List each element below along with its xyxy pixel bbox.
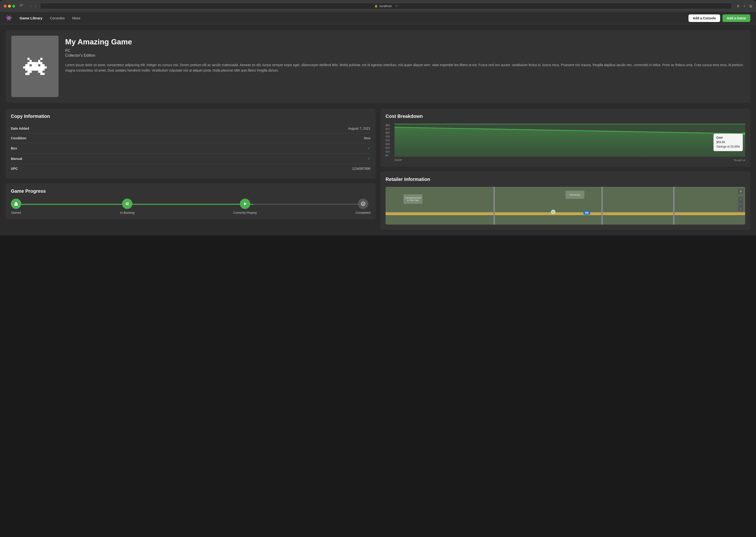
- grid-icon[interactable]: ⊞: [749, 4, 752, 8]
- map-arrows-lr[interactable]: ← →: [737, 202, 744, 206]
- copy-row-date: Date Added August 7, 2021: [11, 124, 371, 134]
- main-content: My Amazing Game PC Collector's Edition L…: [0, 24, 756, 235]
- svg-rect-13: [40, 73, 45, 75]
- copy-row-manual: Manual ✓: [11, 153, 371, 164]
- condition-label: Condition: [11, 136, 26, 140]
- copy-row-box: Box ✓: [11, 143, 371, 153]
- tooltip-price: $59.99: [716, 141, 725, 144]
- maximize-button[interactable]: [12, 5, 15, 8]
- y-label-30: $30: [385, 143, 394, 145]
- new-tab-icon[interactable]: ＋: [743, 4, 746, 8]
- chart-svg: [394, 124, 745, 157]
- step-backlog: In Backlog: [120, 199, 135, 214]
- svg-marker-21: [244, 202, 247, 205]
- upc-value: 1234567890: [352, 167, 371, 171]
- chart-body: Cost $59.99 Savings of 25.00%: [394, 124, 745, 157]
- map-arrow-right[interactable]: →: [741, 202, 743, 205]
- map-road-vertical-1: [494, 187, 495, 225]
- upc-label: UPC: [11, 167, 18, 171]
- progress-track: Owned In Backlog: [11, 199, 371, 214]
- reload-icon[interactable]: ↻: [395, 5, 398, 8]
- map-pin: [551, 210, 555, 214]
- svg-rect-18: [126, 203, 129, 203]
- date-added-value: August 7, 2021: [348, 127, 371, 130]
- copy-info-title: Copy Information: [11, 114, 371, 119]
- step-completed-circle: [358, 199, 368, 209]
- map-arrow-up[interactable]: ↑: [739, 197, 742, 202]
- box-label: Box: [11, 146, 17, 150]
- browser-action-buttons: ⬆ ＋ ⊞: [736, 4, 752, 8]
- y-label-60: $60: [385, 131, 394, 134]
- x-label-bought: Bought at: [734, 159, 745, 161]
- svg-rect-19: [126, 204, 129, 204]
- left-column: Copy Information Date Added August 7, 20…: [6, 108, 376, 230]
- box-check: ✓: [367, 146, 371, 150]
- address-bar[interactable]: 🔒 localhost ↻: [40, 3, 732, 9]
- x-label-msrp: MSRP: [394, 159, 402, 161]
- game-progress-title: Game Progress: [11, 188, 371, 194]
- svg-rect-7: [40, 64, 45, 66]
- share-icon[interactable]: ⬆: [736, 4, 739, 8]
- browser-traffic-lights[interactable]: [4, 5, 15, 8]
- svg-rect-5: [25, 64, 29, 66]
- step-playing: Currently Playing: [233, 199, 257, 214]
- map-controls[interactable]: ⧉ ↑ ← → ↓: [738, 189, 743, 211]
- step-playing-circle: [240, 199, 250, 209]
- close-button[interactable]: [4, 5, 7, 8]
- game-edition: Collector's Edition: [65, 53, 745, 58]
- svg-rect-12: [25, 73, 29, 75]
- app-logo: 👾: [6, 15, 12, 21]
- step-owned-label: Owned: [11, 211, 21, 214]
- game-cover-image: [11, 36, 59, 97]
- chart-y-labels: $80 $70 $60 $50 $40 $30 $20 $10 $0: [385, 124, 394, 157]
- condition-value: New: [364, 136, 371, 140]
- svg-rect-4: [27, 62, 43, 64]
- y-label-70: $70: [385, 128, 394, 130]
- cost-breakdown-card: Cost Breakdown $80 $70 $60 $50 $40 $30 $…: [380, 108, 750, 167]
- nav-game-library[interactable]: Game Library: [16, 13, 46, 23]
- map-layers-button[interactable]: ⧉: [738, 189, 743, 194]
- nav-more[interactable]: More: [68, 13, 84, 23]
- svg-rect-3: [38, 60, 40, 62]
- y-label-10: $10: [385, 150, 394, 153]
- space-invader-icon: [23, 55, 47, 78]
- svg-point-22: [361, 202, 365, 206]
- svg-rect-0: [27, 58, 29, 60]
- copy-row-upc: UPC 1234567890: [11, 164, 371, 173]
- svg-rect-10: [27, 71, 32, 73]
- nav-consoles[interactable]: Consoles: [46, 13, 69, 23]
- lock-icon: 🔒: [375, 5, 378, 8]
- add-game-button[interactable]: Add a Game: [723, 15, 750, 22]
- copy-row-condition: Condition New: [11, 134, 371, 143]
- chart-tooltip: Cost $59.99 Savings of 25.00%: [713, 134, 743, 151]
- forward-button[interactable]: ›: [34, 4, 37, 9]
- minimize-button[interactable]: [8, 5, 11, 8]
- map-road-vertical-3: [673, 187, 675, 225]
- svg-rect-2: [29, 60, 32, 62]
- svg-rect-1: [40, 58, 43, 60]
- sidebar-toggle[interactable]: [20, 5, 24, 8]
- game-info-panel: My Amazing Game PC Collector's Edition L…: [65, 36, 745, 97]
- game-hero-section: My Amazing Game PC Collector's Edition L…: [6, 30, 750, 103]
- copy-information-card: Copy Information Date Added August 7, 20…: [6, 108, 376, 179]
- right-column: Cost Breakdown $80 $70 $60 $50 $40 $30 $…: [380, 108, 750, 230]
- back-button[interactable]: ‹: [29, 4, 32, 9]
- add-console-button[interactable]: Add a Console: [689, 15, 720, 22]
- map-arrow-left[interactable]: ←: [738, 202, 741, 205]
- y-label-40: $40: [385, 139, 394, 142]
- step-backlog-circle: [122, 199, 133, 209]
- app-navigation: 👾 Game Library Consoles More Add a Conso…: [0, 12, 756, 24]
- map-zoom-control[interactable]: ↑ ← → ↓: [738, 197, 743, 211]
- retailer-info-title: Retailer Information: [385, 177, 745, 182]
- date-added-label: Date Added: [11, 127, 29, 130]
- svg-rect-11: [38, 71, 43, 73]
- y-label-20: $20: [385, 146, 394, 149]
- map-road-horizontal: [385, 212, 745, 215]
- step-completed-label: Completed: [356, 211, 371, 214]
- map-arrow-down[interactable]: ↓: [739, 206, 742, 210]
- manual-check: ✓: [367, 156, 371, 161]
- step-owned-circle: [11, 199, 21, 209]
- retailer-info-card: Retailer Information Homestead Bowl & Th…: [380, 171, 750, 230]
- svg-rect-17: [15, 204, 17, 204]
- copy-info-table: Date Added August 7, 2021 Condition New …: [11, 124, 371, 173]
